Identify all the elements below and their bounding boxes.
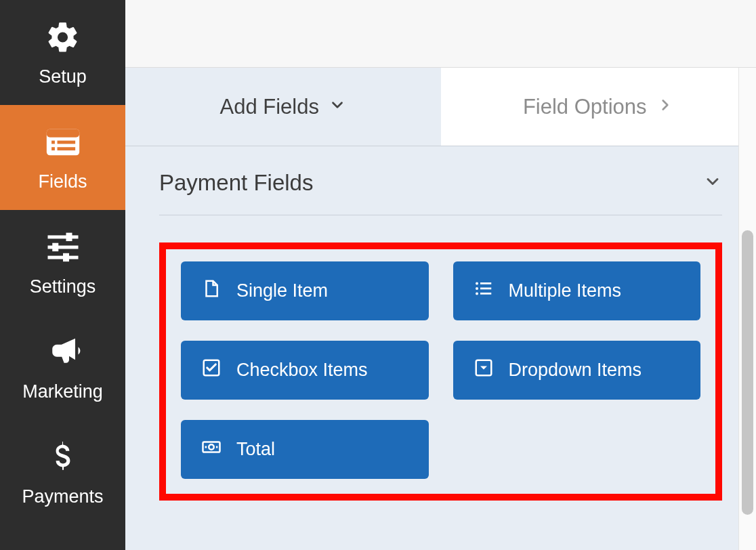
svg-point-15 — [476, 287, 478, 290]
svg-rect-2 — [48, 131, 78, 136]
section-title: Payment Fields — [159, 170, 313, 196]
tabs-row: Add Fields Field Options — [125, 68, 756, 146]
svg-rect-4 — [57, 141, 75, 144]
app-root: Setup Fields — [0, 0, 756, 550]
sliders-icon — [43, 228, 83, 267]
scrollbar-thumb[interactable] — [742, 230, 753, 515]
svg-rect-3 — [51, 141, 55, 144]
field-total[interactable]: Total — [181, 420, 429, 479]
field-label: Checkbox Items — [236, 360, 368, 381]
chevron-down-icon — [703, 172, 722, 194]
field-label: Total — [236, 439, 275, 460]
sidebar-item-label: Setup — [39, 66, 87, 87]
tab-label: Add Fields — [220, 95, 319, 119]
sidebar-item-label: Fields — [38, 171, 87, 192]
svg-point-13 — [476, 282, 478, 285]
file-icon — [201, 278, 222, 303]
svg-rect-11 — [52, 243, 58, 251]
svg-rect-10 — [66, 233, 72, 241]
field-multiple-items[interactable]: Multiple Items — [453, 261, 701, 320]
list-icon — [474, 278, 494, 303]
field-dropdown-items[interactable]: Dropdown Items — [453, 341, 701, 400]
svg-rect-18 — [480, 293, 491, 295]
sidebar-item-label: Payments — [22, 486, 103, 507]
field-single-item[interactable]: Single Item — [181, 261, 429, 320]
svg-point-22 — [209, 444, 214, 450]
sidebar-item-setup[interactable]: Setup — [0, 0, 125, 105]
tab-field-options[interactable]: Field Options — [441, 68, 757, 146]
svg-point-17 — [476, 293, 478, 295]
scrollbar[interactable] — [738, 68, 756, 550]
svg-rect-6 — [57, 147, 75, 150]
chevron-down-icon — [329, 95, 346, 119]
dollar-icon — [43, 438, 83, 477]
sidebar-item-label: Settings — [30, 276, 96, 297]
checkbox-icon — [201, 358, 222, 383]
field-label: Multiple Items — [509, 280, 622, 301]
bullhorn-icon — [43, 333, 83, 372]
svg-rect-23 — [205, 446, 207, 448]
sidebar-item-marketing[interactable]: Marketing — [0, 315, 125, 420]
field-label: Single Item — [236, 280, 328, 301]
sidebar-item-payments[interactable]: Payments — [0, 420, 125, 525]
svg-rect-24 — [216, 446, 218, 448]
main-area: Add Fields Field Options Payment Fields — [125, 0, 756, 550]
sidebar: Setup Fields — [0, 0, 125, 550]
content-panel: Add Fields Field Options Payment Fields — [125, 68, 756, 550]
top-bar — [125, 0, 756, 68]
highlight-box: Single Item Multiple Items — [159, 242, 722, 501]
section-payment-fields: Payment Fields Single Item — [125, 146, 756, 528]
field-checkbox-items[interactable]: Checkbox Items — [181, 341, 429, 400]
field-label: Dropdown Items — [509, 360, 642, 381]
dropdown-icon — [474, 358, 494, 383]
sidebar-item-settings[interactable]: Settings — [0, 210, 125, 315]
tab-label: Field Options — [523, 95, 647, 119]
svg-rect-7 — [47, 235, 78, 238]
gear-icon — [43, 18, 83, 57]
section-header[interactable]: Payment Fields — [159, 170, 722, 215]
chevron-right-icon — [656, 95, 674, 119]
svg-rect-14 — [480, 282, 491, 284]
money-icon — [201, 437, 222, 462]
svg-rect-16 — [480, 288, 491, 290]
sidebar-item-label: Marketing — [22, 381, 103, 402]
tab-add-fields[interactable]: Add Fields — [125, 68, 441, 146]
form-icon — [43, 123, 83, 162]
sidebar-item-fields[interactable]: Fields — [0, 105, 125, 210]
field-grid: Single Item Multiple Items — [181, 261, 700, 479]
svg-rect-5 — [51, 147, 55, 150]
svg-rect-12 — [63, 253, 69, 261]
